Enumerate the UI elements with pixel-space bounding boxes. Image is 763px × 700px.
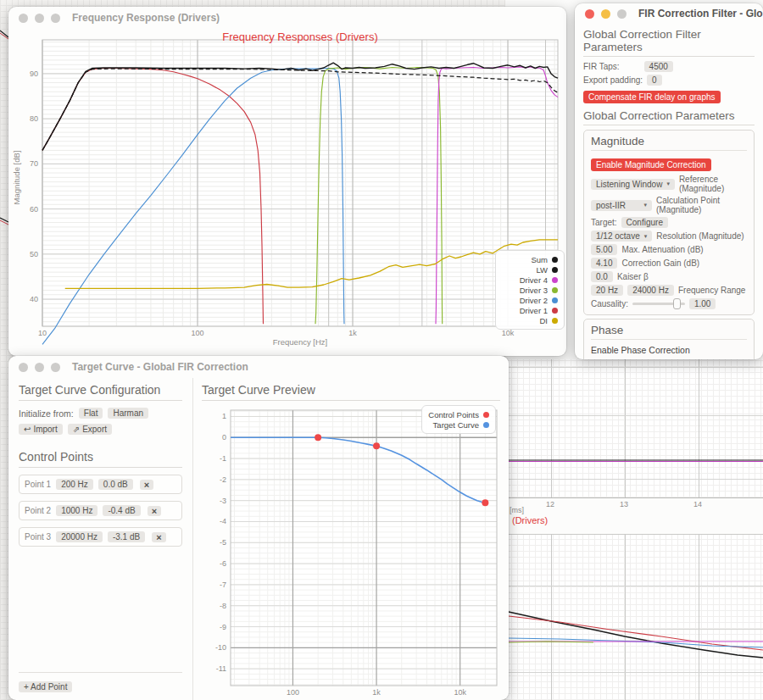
legend-dot: [552, 287, 558, 293]
fir-taps-input[interactable]: 4500: [644, 61, 673, 72]
max-attenuation-input[interactable]: 5.00: [591, 244, 617, 255]
zoom-window-button[interactable]: [51, 363, 60, 372]
chevron-down-icon: ▾: [644, 233, 648, 240]
flat-button[interactable]: Flat: [79, 408, 103, 419]
legend-label: Target Curve: [433, 420, 479, 430]
svg-text:100: 100: [191, 329, 203, 337]
svg-text:0: 0: [222, 433, 226, 442]
svg-text:1k: 1k: [372, 688, 381, 697]
minimize-window-button[interactable]: [35, 14, 44, 23]
configure-target-button[interactable]: Configure: [621, 217, 668, 228]
initialize-from-label: Initialize from:: [19, 408, 74, 419]
legend-dot: [552, 277, 558, 283]
preview-legend: Control Points Target Curve: [421, 405, 496, 434]
harman-button[interactable]: Harman: [108, 408, 148, 419]
chevron-down-icon: ▾: [666, 181, 670, 187]
minimize-window-button[interactable]: [35, 363, 44, 372]
legend-dot: [483, 412, 489, 418]
legend-dot: [552, 257, 558, 263]
svg-text:-4: -4: [220, 517, 226, 525]
svg-text:-8: -8: [220, 602, 226, 610]
enable-phase-correction-button[interactable]: Enable Phase Correction: [591, 345, 747, 355]
svg-text:100: 100: [287, 688, 299, 697]
phase-calculation-point-label: Calculation Point (Phase): [656, 358, 747, 359]
target-label: Target:: [591, 218, 617, 227]
svg-text:60: 60: [30, 205, 38, 214]
svg-text:90: 90: [30, 69, 38, 78]
control-points-heading: Control Points: [19, 450, 182, 468]
chart-title: Frequency Responses (Drivers): [42, 31, 558, 43]
enable-magnitude-correction-button[interactable]: Enable Magnitude Correction: [591, 158, 711, 171]
chevron-down-icon: ▾: [643, 202, 647, 208]
legend-dot: [552, 318, 558, 324]
minimize-window-button[interactable]: [601, 9, 610, 19]
x-axis-label: Frequency [Hz]: [42, 337, 558, 347]
add-point-button[interactable]: + Add Point: [19, 681, 72, 692]
target-window-titlebar[interactable]: Target Curve - Global FIR Correction: [8, 356, 509, 378]
compensate-fir-delay-button[interactable]: Compensate FIR delay on graphs: [583, 91, 721, 103]
svg-text:-5: -5: [220, 538, 226, 547]
ms-tick-13: 13: [620, 500, 628, 508]
svg-text:-7: -7: [220, 581, 226, 589]
point-frequency-input[interactable]: 1000 Hz: [56, 505, 97, 516]
remove-point-button[interactable]: ×: [152, 532, 165, 542]
control-point-row: Point 1 200 Hz 0.0 dB ×: [19, 475, 182, 494]
point-frequency-input[interactable]: 200 Hz: [56, 479, 93, 490]
fir-window-titlebar[interactable]: FIR Correction Filter - Global: [575, 3, 763, 24]
chart-legend: Sum LW Driver 4 Driver 3 Driver 2 Driver…: [495, 250, 565, 330]
causality-slider[interactable]: [632, 303, 685, 305]
ms-tick-12: 12: [546, 500, 554, 508]
preview-heading: Target Curve Preview: [202, 383, 500, 401]
correction-parameters-heading: Global Correction Parameters: [583, 109, 755, 125]
export-button[interactable]: ⇗Export: [68, 424, 112, 435]
close-window-button[interactable]: [585, 9, 594, 19]
zoom-window-button[interactable]: [617, 9, 627, 19]
export-icon: ⇗: [73, 425, 80, 434]
background-chart-title-partial: (Drivers): [512, 515, 548, 525]
point-name: Point 2: [25, 506, 51, 515]
legend-dot: [552, 297, 558, 303]
svg-text:80: 80: [30, 114, 38, 123]
causality-value-input[interactable]: 1.00: [689, 298, 716, 309]
svg-text:-2: -2: [220, 475, 226, 484]
remove-point-button[interactable]: ×: [148, 506, 161, 516]
configuration-heading: Target Curve Configuration: [19, 383, 182, 401]
causality-slider-knob[interactable]: [673, 298, 681, 309]
resolution-label: Resolution (Magnitude): [656, 231, 744, 241]
import-button[interactable]: ↩Import: [19, 424, 63, 435]
max-attenuation-label: Max. Attenuation (dB): [621, 245, 703, 254]
export-padding-input[interactable]: 0: [647, 75, 662, 86]
point-frequency-input[interactable]: 20000 Hz: [56, 531, 103, 542]
frequency-range-label: Frequency Range: [678, 286, 746, 295]
legend-dot: [552, 267, 558, 273]
resolution-dropdown[interactable]: 1/12 octave▾: [591, 231, 652, 242]
close-window-button[interactable]: [19, 14, 28, 23]
legend-label: Sum: [531, 255, 548, 264]
legend-dot: [552, 308, 558, 314]
svg-text:1: 1: [222, 412, 226, 420]
svg-text:10k: 10k: [454, 688, 466, 697]
svg-text:-3: -3: [220, 497, 226, 505]
point-gain-input[interactable]: -0.4 dB: [103, 505, 140, 516]
point-gain-input[interactable]: -3.1 dB: [108, 531, 145, 542]
target-curve-preview-plot[interactable]: 10-1-2-3-4-5-6-7-8-9-10-111001k10k: [193, 405, 509, 700]
point-gain-input[interactable]: 0.0 dB: [98, 479, 133, 490]
ms-tick-14: 14: [693, 500, 702, 508]
kaiser-beta-input[interactable]: 0.0: [591, 271, 613, 282]
reference-dropdown[interactable]: Listening Window▾: [591, 179, 675, 190]
phase-heading: Phase: [591, 324, 747, 340]
freq-window-titlebar[interactable]: Frequency Response (Drivers): [8, 7, 566, 29]
svg-text:-11: -11: [216, 664, 226, 673]
window-title: Frequency Response (Drivers): [72, 12, 220, 24]
legend-label: DI: [540, 316, 549, 325]
zoom-window-button[interactable]: [51, 14, 60, 23]
remove-point-button[interactable]: ×: [140, 480, 153, 490]
legend-label: Control Points: [428, 410, 479, 419]
correction-gain-label: Correction Gain (dB): [621, 258, 699, 268]
close-window-button[interactable]: [19, 363, 28, 372]
calculation-point-dropdown[interactable]: post-IIR▾: [591, 200, 652, 211]
frequency-range-high-input[interactable]: 24000 Hz: [627, 285, 674, 296]
frequency-response-plot[interactable]: 405060708090101001k10k: [8, 29, 566, 356]
correction-gain-input[interactable]: 4.10: [591, 258, 617, 269]
frequency-range-low-input[interactable]: 20 Hz: [591, 285, 623, 296]
